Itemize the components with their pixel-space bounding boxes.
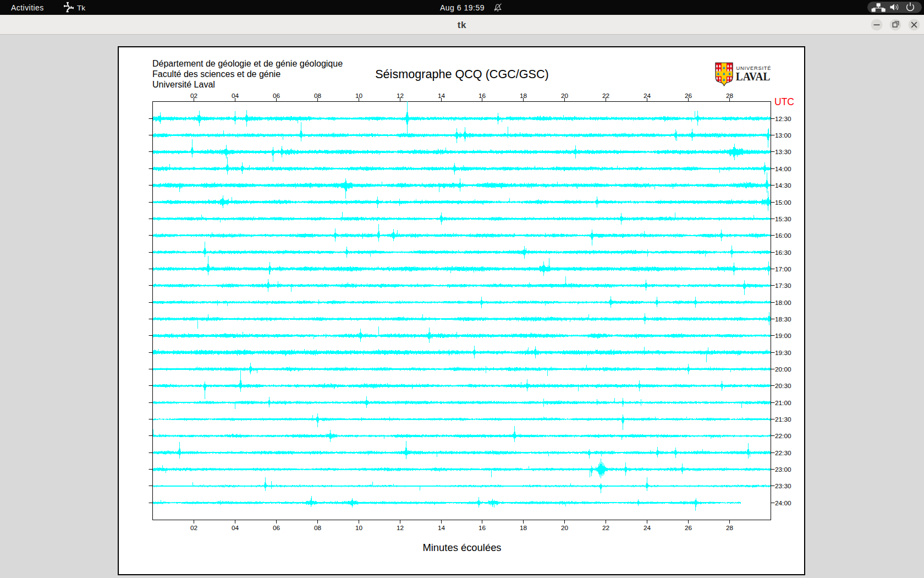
- svg-text:Minutes écoulées: Minutes écoulées: [422, 542, 501, 553]
- svg-text:17:00: 17:00: [775, 265, 791, 273]
- svg-text:21:30: 21:30: [775, 416, 791, 423]
- svg-text:10: 10: [355, 524, 363, 532]
- svg-text:UTC: UTC: [774, 96, 794, 107]
- svg-text:14:00: 14:00: [775, 165, 791, 173]
- svg-text:24: 24: [644, 92, 651, 100]
- svg-text:15:30: 15:30: [775, 215, 791, 223]
- svg-text:20:30: 20:30: [775, 382, 791, 390]
- svg-text:12: 12: [397, 524, 404, 532]
- svg-text:02: 02: [190, 524, 197, 532]
- svg-text:04: 04: [232, 92, 239, 100]
- svg-text:Département de géologie et de: Département de géologie et de génie géol…: [152, 59, 343, 68]
- svg-text:16:30: 16:30: [775, 249, 791, 257]
- svg-text:20: 20: [561, 92, 569, 100]
- svg-text:21:00: 21:00: [775, 399, 791, 407]
- svg-text:14:30: 14:30: [775, 182, 791, 189]
- svg-text:24: 24: [644, 524, 651, 532]
- svg-text:18: 18: [520, 92, 527, 100]
- svg-text:08: 08: [314, 92, 322, 100]
- svg-text:22:00: 22:00: [775, 432, 791, 440]
- svg-text:13:30: 13:30: [775, 148, 791, 156]
- svg-text:12:30: 12:30: [775, 115, 791, 123]
- svg-text:19:30: 19:30: [775, 349, 791, 357]
- svg-text:22:30: 22:30: [775, 449, 791, 457]
- svg-text:20: 20: [561, 524, 569, 532]
- svg-text:15:00: 15:00: [775, 199, 791, 206]
- svg-text:22: 22: [602, 524, 609, 532]
- svg-text:16: 16: [479, 92, 486, 100]
- svg-text:24:00: 24:00: [775, 499, 791, 507]
- svg-text:04: 04: [232, 524, 239, 532]
- svg-text:02: 02: [190, 92, 197, 100]
- svg-text:Séismographe QCQ (CGC/GSC): Séismographe QCQ (CGC/GSC): [375, 67, 549, 81]
- svg-text:13:00: 13:00: [775, 132, 791, 139]
- svg-text:26: 26: [685, 92, 692, 100]
- svg-text:10: 10: [355, 92, 363, 100]
- svg-text:Tk: Tk: [77, 4, 85, 12]
- svg-text:17:30: 17:30: [775, 282, 791, 290]
- svg-text:26: 26: [685, 524, 692, 532]
- svg-text:23:30: 23:30: [775, 482, 791, 490]
- svg-text:tk: tk: [458, 20, 467, 30]
- svg-text:22: 22: [602, 92, 609, 100]
- svg-text:14: 14: [438, 92, 446, 100]
- svg-text:14: 14: [438, 524, 446, 532]
- svg-text:16: 16: [479, 524, 486, 532]
- svg-text:16:00: 16:00: [775, 232, 791, 239]
- svg-text:28: 28: [726, 524, 734, 532]
- svg-text:LAVAL: LAVAL: [736, 69, 771, 83]
- svg-text:12: 12: [397, 92, 404, 100]
- svg-text:18:00: 18:00: [775, 299, 791, 307]
- svg-text:18:30: 18:30: [775, 315, 791, 323]
- svg-text:20:00: 20:00: [775, 366, 791, 373]
- svg-text:Activities: Activities: [11, 3, 44, 12]
- svg-text:Aug 6 19:59: Aug 6 19:59: [440, 3, 485, 12]
- svg-text:Faculté des sciences et de gén: Faculté des sciences et de génie: [152, 69, 280, 79]
- svg-text:06: 06: [273, 524, 280, 532]
- svg-text:18: 18: [520, 524, 527, 532]
- svg-text:23:00: 23:00: [775, 466, 791, 473]
- svg-text:08: 08: [314, 524, 322, 532]
- svg-text:19:00: 19:00: [775, 332, 791, 340]
- svg-text:Université Laval: Université Laval: [152, 80, 215, 89]
- svg-text:28: 28: [726, 92, 734, 100]
- svg-text:06: 06: [273, 92, 280, 100]
